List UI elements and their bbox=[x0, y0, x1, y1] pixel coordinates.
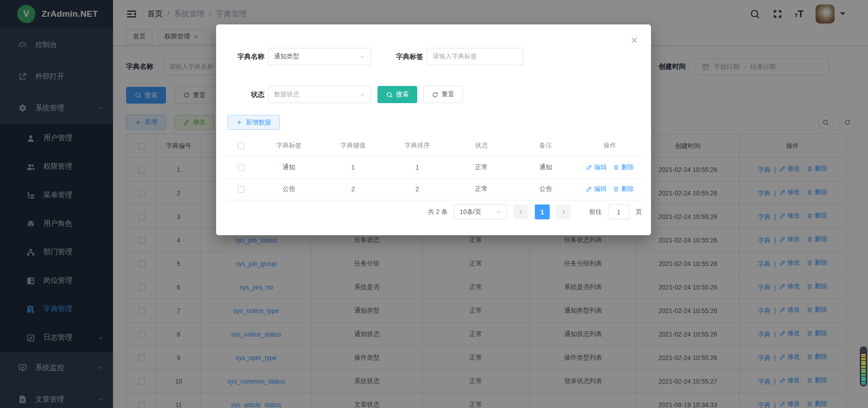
modal-table-header-row: 字典标签 字典键值 字典排序 状态 备注 操作 bbox=[225, 135, 642, 157]
modal-row-select-cell bbox=[225, 157, 257, 178]
modal-header-remark: 备注 bbox=[514, 135, 578, 157]
page-unit-label: 页 bbox=[636, 208, 642, 216]
modal-dict-label-input[interactable]: 请输入字典标签 bbox=[427, 48, 524, 65]
modal-row-select-cell bbox=[225, 178, 257, 200]
app-window: V ZrAdmin.NET 控制台外部打开系统管理用户管理权限管理菜单管理用户角… bbox=[0, 0, 868, 408]
pencil-icon bbox=[586, 164, 592, 171]
modal-add-data-button[interactable]: 新增数据 bbox=[227, 115, 280, 130]
scrollbar-indicator[interactable] bbox=[860, 346, 867, 386]
page-size-select[interactable]: 10条/页 bbox=[454, 204, 507, 219]
modal-status-placeholder: 数据状态 bbox=[274, 90, 299, 99]
modal-table-row: 公告 2 2 正常 公告 编辑删除 bbox=[225, 178, 642, 200]
page-size-value: 10条/页 bbox=[460, 208, 481, 216]
modal-form-row-2: 状态 数据状态 搜索 重置 bbox=[228, 86, 463, 103]
modal-status-label: 状态 bbox=[228, 90, 264, 99]
cell-dict-value: 1 bbox=[321, 157, 385, 178]
cell-dict-status: 正常 bbox=[449, 178, 514, 200]
modal-reset-button[interactable]: 重置 bbox=[423, 86, 463, 103]
next-page-button[interactable] bbox=[556, 204, 571, 219]
prev-page-button[interactable] bbox=[514, 204, 528, 219]
modal-row-delete-link[interactable]: 删除 bbox=[613, 163, 634, 171]
goto-page-input[interactable] bbox=[608, 204, 629, 219]
chevron-down-icon bbox=[495, 209, 501, 215]
modal-reset-label: 重置 bbox=[442, 90, 454, 99]
modal-dict-name-value: 通知类型 bbox=[274, 52, 299, 61]
modal-search-label: 搜索 bbox=[396, 90, 409, 99]
pencil-icon bbox=[586, 186, 592, 192]
chevron-down-icon bbox=[359, 54, 365, 60]
modal-header-label: 字典标签 bbox=[257, 135, 321, 157]
modal-row-edit-link[interactable]: 编辑 bbox=[586, 185, 607, 193]
scrollbar-stripes bbox=[861, 348, 866, 385]
modal-header-sort: 字典排序 bbox=[385, 135, 449, 157]
cell-dict-remark: 公告 bbox=[514, 178, 578, 200]
cell-dict-label: 通知 bbox=[257, 157, 321, 178]
cell-dict-sort: 1 bbox=[385, 157, 449, 178]
trash-icon bbox=[613, 186, 619, 192]
modal-close-icon[interactable] bbox=[630, 36, 638, 44]
cell-dict-ops: 编辑删除 bbox=[578, 178, 642, 200]
modal-dict-data-table: 字典标签 字典键值 字典排序 状态 备注 操作 通知 1 1 正常 通知 编辑删… bbox=[225, 135, 642, 200]
modal-row-checkbox[interactable] bbox=[238, 164, 245, 171]
modal-select-all-checkbox[interactable] bbox=[238, 142, 245, 149]
goto-label: 前往 bbox=[589, 208, 602, 216]
modal-dict-label-label: 字典标签 bbox=[387, 52, 423, 61]
modal-dict-name-select[interactable]: 通知类型 bbox=[268, 48, 371, 65]
modal-row-edit-link[interactable]: 编辑 bbox=[586, 163, 607, 171]
modal-add-data-label: 新增数据 bbox=[246, 119, 271, 127]
modal-header-status: 状态 bbox=[449, 135, 514, 157]
modal-table-row: 通知 1 1 正常 通知 编辑删除 bbox=[225, 157, 642, 178]
modal-pagination: 共 2 条 10条/页 1 前往 页 bbox=[216, 204, 642, 219]
cell-dict-label: 公告 bbox=[257, 178, 321, 200]
modal-header-value: 字典键值 bbox=[321, 135, 385, 157]
modal-header-ops: 操作 bbox=[578, 135, 642, 157]
modal-table-body: 通知 1 1 正常 通知 编辑删除 公告 2 2 正常 公告 编辑删除 bbox=[225, 157, 642, 200]
chevron-down-icon bbox=[359, 92, 365, 98]
pagination-total: 共 2 条 bbox=[428, 208, 448, 216]
cell-dict-remark: 通知 bbox=[514, 157, 578, 178]
trash-icon bbox=[613, 164, 619, 171]
modal-dict-label-placeholder: 请输入字典标签 bbox=[433, 52, 477, 61]
dict-data-modal: 字典名称 通知类型 字典标签 请输入字典标签 状态 数据状态 搜索 重置 bbox=[216, 24, 651, 235]
modal-search-button[interactable]: 搜索 bbox=[377, 86, 417, 103]
modal-row-delete-link[interactable]: 删除 bbox=[613, 185, 634, 193]
modal-form-row-1: 字典名称 通知类型 字典标签 请输入字典标签 bbox=[228, 48, 524, 65]
page-number-1[interactable]: 1 bbox=[535, 204, 550, 219]
cell-dict-value: 2 bbox=[321, 178, 385, 200]
modal-status-select[interactable]: 数据状态 bbox=[268, 86, 371, 103]
cell-dict-sort: 2 bbox=[385, 178, 449, 200]
cell-dict-status: 正常 bbox=[449, 157, 514, 178]
modal-select-all-cell bbox=[225, 135, 257, 157]
cell-dict-ops: 编辑删除 bbox=[578, 157, 642, 178]
modal-row-checkbox[interactable] bbox=[238, 186, 245, 193]
modal-dict-name-label: 字典名称 bbox=[228, 52, 264, 61]
